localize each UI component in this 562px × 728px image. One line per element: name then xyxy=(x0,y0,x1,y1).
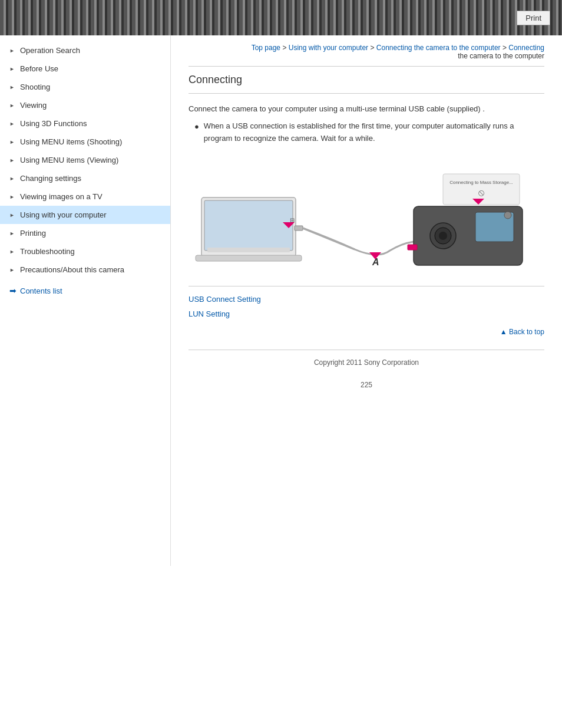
main-layout: ► Operation Search ► Before Use ► Shooti… xyxy=(0,35,562,566)
chevron-right-icon: ► xyxy=(9,194,15,200)
breadcrumb-using-computer[interactable]: Using with your computer xyxy=(289,44,368,52)
page-number: 225 xyxy=(189,375,544,395)
sidebar-item-operation-search[interactable]: ► Operation Search xyxy=(0,41,170,60)
arrow-right-icon: ➡ xyxy=(9,286,16,295)
chevron-right-icon: ► xyxy=(9,212,15,218)
sidebar-item-menu-shooting[interactable]: ► Using MENU items (Shooting) xyxy=(0,133,170,151)
print-button[interactable]: Print xyxy=(517,11,550,25)
sidebar-item-3d-functions[interactable]: ► Using 3D Functions xyxy=(0,114,170,133)
sidebar-item-viewing-tv[interactable]: ► Viewing images on a TV xyxy=(0,187,170,206)
chevron-right-icon: ► xyxy=(9,66,15,72)
sidebar-item-precautions[interactable]: ► Precautions/About this camera xyxy=(0,261,170,279)
sidebar-item-troubleshooting[interactable]: ► Troubleshooting xyxy=(0,242,170,261)
header-bar: Print xyxy=(0,0,562,35)
breadcrumb-top-page[interactable]: Top page xyxy=(252,44,280,52)
svg-rect-3 xyxy=(207,248,290,252)
chevron-right-icon: ► xyxy=(9,103,15,108)
sidebar-item-menu-viewing[interactable]: ► Using MENU items (Viewing) xyxy=(0,151,170,169)
svg-rect-1 xyxy=(204,200,293,251)
sidebar-item-printing[interactable]: ► Printing xyxy=(0,224,170,242)
copyright-text: Copyright 2011 Sony Corporation xyxy=(314,358,419,367)
content-area: Top page > Using with your computer > Co… xyxy=(171,35,562,566)
svg-text:Connecting to Mass Storage...: Connecting to Mass Storage... xyxy=(449,180,513,185)
chevron-right-icon: ► xyxy=(9,48,15,54)
lun-setting-link[interactable]: LUN Setting xyxy=(189,308,544,321)
back-to-top-link[interactable]: ▲ Back to top xyxy=(189,327,544,338)
svg-point-12 xyxy=(504,212,511,219)
intro-text: Connect the camera to your computer usin… xyxy=(189,103,544,116)
sidebar-item-using-computer[interactable]: ► Using with your computer xyxy=(0,206,170,224)
svg-rect-4 xyxy=(295,226,303,230)
breadcrumb-connecting[interactable]: Connecting xyxy=(508,44,544,52)
sidebar-item-changing-settings[interactable]: ► Changing settings xyxy=(0,169,170,187)
bullet-text-1: When a USB connection is established for… xyxy=(204,120,544,145)
footer: Copyright 2011 Sony Corporation xyxy=(189,350,544,375)
breadcrumb-connecting-camera[interactable]: Connecting the camera to the computer xyxy=(376,44,501,52)
svg-marker-20 xyxy=(369,252,381,259)
breadcrumb: Top page > Using with your computer > Co… xyxy=(189,35,544,66)
chevron-right-icon: ► xyxy=(9,84,15,90)
breadcrumb-line2: the camera to the computer xyxy=(458,52,544,60)
page-title-section: Connecting xyxy=(189,66,544,94)
links-section: USB Connect Setting LUN Setting xyxy=(189,286,544,321)
page-title: Connecting xyxy=(189,74,544,86)
main-content: Connect the camera to your computer usin… xyxy=(189,103,544,338)
sidebar-item-viewing[interactable]: ► Viewing xyxy=(0,96,170,114)
svg-rect-17 xyxy=(408,245,417,250)
contents-list-link[interactable]: ➡ Contents list xyxy=(0,281,170,300)
chevron-right-icon: ► xyxy=(9,157,15,163)
illustration-container: ⊟ Connecting xyxy=(189,156,544,274)
sidebar: ► Operation Search ► Before Use ► Shooti… xyxy=(0,35,171,566)
bullet-dot: ● xyxy=(194,121,199,145)
chevron-right-icon: ► xyxy=(9,230,15,236)
chevron-right-icon: ► xyxy=(9,249,15,255)
svg-text:⦸: ⦸ xyxy=(478,187,484,197)
sidebar-item-shooting[interactable]: ► Shooting xyxy=(0,78,170,96)
usb-connect-setting-link[interactable]: USB Connect Setting xyxy=(189,294,544,306)
sidebar-item-before-use[interactable]: ► Before Use xyxy=(0,60,170,78)
bullet-item-1: ● When a USB connection is established f… xyxy=(194,120,544,145)
chevron-right-icon: ► xyxy=(9,267,15,273)
chevron-right-icon: ► xyxy=(9,176,15,182)
connection-diagram: ⊟ Connecting xyxy=(189,156,544,274)
chevron-right-icon: ► xyxy=(9,121,15,127)
svg-rect-2 xyxy=(196,255,302,261)
chevron-right-icon: ► xyxy=(9,139,15,145)
svg-point-10 xyxy=(439,232,447,240)
